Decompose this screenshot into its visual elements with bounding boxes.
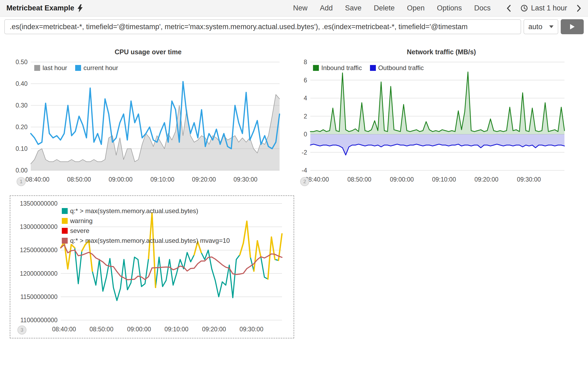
y-tick-label: 0.30	[16, 102, 28, 109]
time-forward-button[interactable]	[576, 4, 582, 12]
chart-panel-cpu[interactable]: 0.000.100.200.300.400.5008:40:0008:50:00…	[4, 44, 292, 194]
legend-label: Inbound traffic	[321, 64, 362, 72]
x-tick-label: 09:00:00	[390, 176, 414, 183]
legend-item: Outbound traffic	[370, 64, 424, 72]
legend-label: q:* > max(system.memory.actual.used.byte…	[70, 237, 230, 244]
legend-label: current hour	[83, 64, 118, 72]
legend-swatch	[75, 65, 81, 71]
x-tick-label: 09:10:00	[165, 326, 189, 333]
chart-legend: Inbound trafficOutbound traffic	[313, 64, 424, 72]
x-tick-label: 08:40:00	[25, 176, 49, 183]
y-tick-label: 11000000000	[20, 317, 58, 324]
menu-item-options[interactable]: Options	[437, 4, 462, 12]
legend-item: current hour	[75, 64, 118, 72]
menu-item-delete[interactable]: Delete	[374, 4, 395, 12]
threshold-segment-warning	[268, 237, 272, 279]
y-tick-label: 2	[304, 113, 307, 120]
threshold-segment-warning	[257, 241, 261, 257]
time-back-button[interactable]	[506, 4, 511, 12]
menu-item-new[interactable]: New	[293, 4, 308, 12]
app-title-group: Metricbeat Example	[6, 4, 83, 12]
chart-panel-memory-selected[interactable]: 1100000000011500000000120000000001250000…	[10, 195, 294, 339]
y-tick-label: -4	[302, 167, 307, 174]
y-tick-label: 0	[304, 131, 307, 138]
time-range-label: Last 1 hour	[531, 4, 567, 12]
legend-label: Outbound traffic	[378, 64, 424, 72]
legend-swatch	[62, 228, 68, 234]
play-button[interactable]	[561, 19, 584, 34]
legend-label: q:* > max(system.memory.actual.used.byte…	[70, 207, 198, 215]
timelion-app: Metricbeat Example NewAddSaveDeleteOpenO…	[0, 0, 588, 376]
y-tick-label: 8	[304, 59, 307, 66]
legend-item: last hour	[34, 64, 67, 72]
x-tick-label: 08:40:00	[52, 326, 76, 333]
timelion-expression-input[interactable]	[4, 19, 521, 34]
legend-swatch	[34, 65, 40, 71]
chevron-left-icon	[506, 4, 511, 12]
x-tick-label: 08:50:00	[67, 176, 91, 183]
main-menu: NewAddSaveDeleteOpenOptionsDocs	[293, 4, 491, 12]
x-tick-label: 09:00:00	[109, 176, 133, 183]
x-tick-label: 09:00:00	[127, 326, 151, 333]
legend-label: warning	[70, 217, 93, 225]
threshold-segment-warning	[89, 241, 92, 271]
legend-swatch	[370, 65, 376, 71]
y-tick-label: 0.00	[16, 167, 28, 174]
interval-select[interactable]: auto	[524, 19, 558, 34]
panel-number-badge: 1	[17, 177, 26, 186]
series-line	[310, 72, 564, 132]
expression-bar: auto	[4, 19, 584, 34]
menu-item-save[interactable]: Save	[345, 4, 362, 12]
chart-legend: q:* > max(system.memory.actual.used.byte…	[62, 207, 230, 244]
time-controls: Last 1 hour	[506, 4, 582, 12]
legend-item: q:* > max(system.memory.actual.used.byte…	[62, 237, 230, 244]
threshold-segment-warning	[254, 241, 257, 271]
panel-number-badge: 2	[300, 177, 309, 186]
threshold-segment-warning	[71, 245, 75, 248]
play-icon	[569, 24, 575, 30]
top-navbar: Metricbeat Example NewAddSaveDeleteOpenO…	[0, 0, 588, 17]
legend-label: last hour	[43, 64, 67, 72]
y-tick-label: 13500000000	[20, 200, 58, 207]
y-tick-label: 0.50	[16, 59, 28, 66]
x-tick-label: 09:10:00	[150, 176, 174, 183]
y-tick-label: 12000000000	[20, 270, 58, 277]
x-tick-label: 09:30:00	[234, 176, 258, 183]
y-tick-label: 6	[304, 77, 307, 84]
x-tick-label: 09:10:00	[432, 176, 456, 183]
x-tick-label: 09:30:00	[517, 176, 541, 183]
x-tick-label: 08:50:00	[89, 326, 113, 333]
x-tick-label: 09:30:00	[239, 326, 264, 333]
y-tick-label: 0.10	[16, 145, 28, 152]
legend-item: Inbound traffic	[313, 64, 362, 72]
chevron-right-icon	[576, 4, 582, 12]
legend-swatch	[313, 65, 319, 71]
threshold-segment-warning	[247, 221, 250, 257]
legend-item: severe	[62, 227, 230, 235]
menu-item-docs[interactable]: Docs	[474, 4, 491, 12]
x-tick-label: 08:50:00	[348, 176, 372, 183]
interval-value: auto	[528, 23, 543, 31]
lightning-bolt-icon	[78, 4, 83, 12]
menu-item-add[interactable]: Add	[320, 4, 333, 12]
x-tick-label: 09:20:00	[192, 176, 216, 183]
threshold-segment-warning	[243, 221, 247, 243]
legend-label: severe	[70, 227, 89, 235]
legend-swatch	[62, 238, 68, 244]
y-tick-label: 12500000000	[20, 247, 58, 254]
x-tick-label: 09:20:00	[202, 326, 226, 333]
y-tick-label: 11500000000	[20, 293, 58, 300]
legend-swatch	[62, 208, 68, 214]
y-tick-label: -2	[302, 149, 307, 156]
time-range-button[interactable]: Last 1 hour	[521, 4, 567, 12]
chart-panel-network[interactable]: -4-20246808:40:0008:50:0009:00:0009:10:0…	[299, 44, 584, 194]
y-tick-label: 13000000000	[20, 223, 58, 230]
legend-item: warning	[62, 217, 230, 225]
panel-number-badge: 3	[17, 325, 26, 335]
chart-legend: last hourcurrent hour	[34, 64, 118, 72]
chevron-down-icon	[549, 25, 553, 28]
clock-icon	[521, 5, 528, 12]
legend-swatch	[62, 218, 68, 224]
menu-item-open[interactable]: Open	[407, 4, 425, 12]
series-area	[310, 72, 564, 134]
